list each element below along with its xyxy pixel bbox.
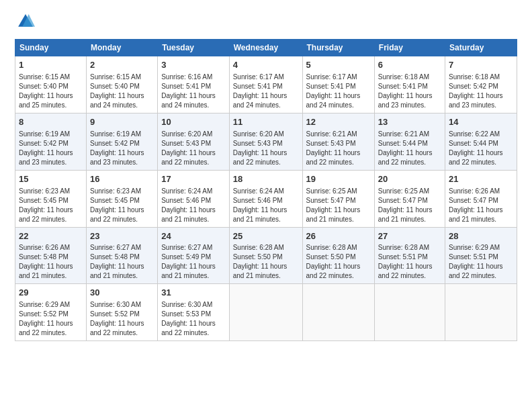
week-row-4: 22Sunrise: 6:26 AM Sunset: 5:48 PM Dayli… <box>15 227 517 284</box>
weekday-header-friday: Friday <box>374 40 445 56</box>
calendar-cell: 20Sunrise: 6:25 AM Sunset: 5:47 PM Dayli… <box>374 170 445 227</box>
day-info: Sunrise: 6:16 AM Sunset: 5:41 PM Dayligh… <box>161 73 226 110</box>
calendar-cell <box>229 284 302 341</box>
calendar-cell: 14Sunrise: 6:22 AM Sunset: 5:44 PM Dayli… <box>445 113 517 170</box>
calendar-cell: 19Sunrise: 6:25 AM Sunset: 5:47 PM Dayli… <box>302 170 374 227</box>
day-info: Sunrise: 6:20 AM Sunset: 5:43 PM Dayligh… <box>161 130 226 167</box>
day-number: 13 <box>378 116 441 129</box>
calendar-cell: 3Sunrise: 6:16 AM Sunset: 5:41 PM Daylig… <box>158 56 230 113</box>
page: SundayMondayTuesdayWednesdayThursdayFrid… <box>0 0 532 351</box>
calendar-cell: 7Sunrise: 6:18 AM Sunset: 5:42 PM Daylig… <box>445 56 517 113</box>
calendar-cell: 8Sunrise: 6:19 AM Sunset: 5:42 PM Daylig… <box>15 113 87 170</box>
day-info: Sunrise: 6:26 AM Sunset: 5:48 PM Dayligh… <box>19 243 83 281</box>
week-row-1: 1Sunrise: 6:15 AM Sunset: 5:40 PM Daylig… <box>15 56 517 113</box>
weekday-header-saturday: Saturday <box>445 40 517 56</box>
day-info: Sunrise: 6:15 AM Sunset: 5:40 PM Dayligh… <box>19 73 83 110</box>
calendar-cell <box>445 284 517 341</box>
weekday-header-thursday: Thursday <box>302 40 374 56</box>
day-number: 29 <box>19 287 83 300</box>
day-info: Sunrise: 6:29 AM Sunset: 5:51 PM Dayligh… <box>449 243 513 281</box>
day-number: 28 <box>449 230 513 243</box>
calendar-cell: 11Sunrise: 6:20 AM Sunset: 5:43 PM Dayli… <box>229 113 302 170</box>
weekday-header-wednesday: Wednesday <box>229 40 302 56</box>
day-info: Sunrise: 6:24 AM Sunset: 5:46 PM Dayligh… <box>233 187 299 224</box>
day-number: 4 <box>233 59 299 72</box>
calendar-table: SundayMondayTuesdayWednesdayThursdayFrid… <box>15 39 517 341</box>
weekday-header-monday: Monday <box>86 40 157 56</box>
day-number: 31 <box>161 287 226 300</box>
calendar-cell: 29Sunrise: 6:29 AM Sunset: 5:52 PM Dayli… <box>15 284 87 341</box>
calendar-cell: 30Sunrise: 6:30 AM Sunset: 5:52 PM Dayli… <box>86 284 157 341</box>
day-number: 20 <box>378 173 441 186</box>
calendar-cell: 6Sunrise: 6:18 AM Sunset: 5:41 PM Daylig… <box>374 56 445 113</box>
day-number: 23 <box>90 230 154 243</box>
calendar-cell: 2Sunrise: 6:15 AM Sunset: 5:40 PM Daylig… <box>86 56 157 113</box>
day-number: 27 <box>378 230 441 243</box>
calendar-cell: 17Sunrise: 6:24 AM Sunset: 5:46 PM Dayli… <box>158 170 230 227</box>
calendar-cell: 27Sunrise: 6:28 AM Sunset: 5:51 PM Dayli… <box>374 227 445 284</box>
day-info: Sunrise: 6:25 AM Sunset: 5:47 PM Dayligh… <box>306 187 371 224</box>
calendar-cell: 16Sunrise: 6:23 AM Sunset: 5:45 PM Dayli… <box>86 170 157 227</box>
day-number: 7 <box>449 59 513 72</box>
day-info: Sunrise: 6:27 AM Sunset: 5:49 PM Dayligh… <box>161 243 226 281</box>
week-row-2: 8Sunrise: 6:19 AM Sunset: 5:42 PM Daylig… <box>15 113 517 170</box>
calendar-cell <box>374 284 445 341</box>
day-number: 19 <box>306 173 371 186</box>
day-info: Sunrise: 6:18 AM Sunset: 5:41 PM Dayligh… <box>378 73 441 110</box>
day-info: Sunrise: 6:17 AM Sunset: 5:41 PM Dayligh… <box>233 73 299 110</box>
day-number: 11 <box>233 116 299 129</box>
day-info: Sunrise: 6:28 AM Sunset: 5:50 PM Dayligh… <box>233 243 299 281</box>
day-number: 6 <box>378 59 441 72</box>
day-number: 1 <box>19 59 83 72</box>
day-number: 25 <box>233 230 299 243</box>
calendar-cell: 26Sunrise: 6:28 AM Sunset: 5:50 PM Dayli… <box>302 227 374 284</box>
day-number: 30 <box>90 287 154 300</box>
day-info: Sunrise: 6:19 AM Sunset: 5:42 PM Dayligh… <box>19 130 83 167</box>
calendar-cell: 13Sunrise: 6:21 AM Sunset: 5:44 PM Dayli… <box>374 113 445 170</box>
day-number: 15 <box>19 173 83 186</box>
calendar-cell: 21Sunrise: 6:26 AM Sunset: 5:47 PM Dayli… <box>445 170 517 227</box>
day-number: 21 <box>449 173 513 186</box>
calendar-cell: 15Sunrise: 6:23 AM Sunset: 5:45 PM Dayli… <box>15 170 87 227</box>
day-info: Sunrise: 6:22 AM Sunset: 5:44 PM Dayligh… <box>449 130 513 167</box>
day-number: 22 <box>19 230 83 243</box>
day-info: Sunrise: 6:21 AM Sunset: 5:44 PM Dayligh… <box>378 130 441 167</box>
calendar-cell: 23Sunrise: 6:27 AM Sunset: 5:48 PM Dayli… <box>86 227 157 284</box>
calendar-cell: 22Sunrise: 6:26 AM Sunset: 5:48 PM Dayli… <box>15 227 87 284</box>
day-number: 16 <box>90 173 154 186</box>
weekday-header-row: SundayMondayTuesdayWednesdayThursdayFrid… <box>15 40 517 56</box>
logo-icon <box>16 12 35 31</box>
day-info: Sunrise: 6:30 AM Sunset: 5:53 PM Dayligh… <box>161 300 226 338</box>
day-info: Sunrise: 6:26 AM Sunset: 5:47 PM Dayligh… <box>449 187 513 224</box>
calendar-cell: 10Sunrise: 6:20 AM Sunset: 5:43 PM Dayli… <box>158 113 230 170</box>
day-number: 2 <box>90 59 154 72</box>
calendar-cell: 5Sunrise: 6:17 AM Sunset: 5:41 PM Daylig… <box>302 56 374 113</box>
day-number: 8 <box>19 116 83 129</box>
day-number: 10 <box>161 116 226 129</box>
day-info: Sunrise: 6:29 AM Sunset: 5:52 PM Dayligh… <box>19 300 83 338</box>
calendar-cell <box>302 284 374 341</box>
calendar-cell: 28Sunrise: 6:29 AM Sunset: 5:51 PM Dayli… <box>445 227 517 284</box>
calendar-cell: 31Sunrise: 6:30 AM Sunset: 5:53 PM Dayli… <box>158 284 230 341</box>
weekday-header-tuesday: Tuesday <box>158 40 230 56</box>
calendar-cell: 9Sunrise: 6:19 AM Sunset: 5:42 PM Daylig… <box>86 113 157 170</box>
day-number: 3 <box>161 59 226 72</box>
day-info: Sunrise: 6:15 AM Sunset: 5:40 PM Dayligh… <box>90 73 154 110</box>
day-info: Sunrise: 6:17 AM Sunset: 5:41 PM Dayligh… <box>306 73 371 110</box>
day-number: 18 <box>233 173 299 186</box>
calendar-cell: 24Sunrise: 6:27 AM Sunset: 5:49 PM Dayli… <box>158 227 230 284</box>
week-row-3: 15Sunrise: 6:23 AM Sunset: 5:45 PM Dayli… <box>15 170 517 227</box>
day-info: Sunrise: 6:27 AM Sunset: 5:48 PM Dayligh… <box>90 243 154 281</box>
header <box>15 12 517 34</box>
day-info: Sunrise: 6:23 AM Sunset: 5:45 PM Dayligh… <box>19 187 83 224</box>
day-number: 14 <box>449 116 513 129</box>
logo <box>15 12 38 34</box>
day-info: Sunrise: 6:20 AM Sunset: 5:43 PM Dayligh… <box>233 130 299 167</box>
day-info: Sunrise: 6:28 AM Sunset: 5:50 PM Dayligh… <box>306 243 371 281</box>
day-info: Sunrise: 6:23 AM Sunset: 5:45 PM Dayligh… <box>90 187 154 224</box>
day-info: Sunrise: 6:30 AM Sunset: 5:52 PM Dayligh… <box>90 300 154 338</box>
day-number: 26 <box>306 230 371 243</box>
day-number: 9 <box>90 116 154 129</box>
day-number: 24 <box>161 230 226 243</box>
day-number: 5 <box>306 59 371 72</box>
